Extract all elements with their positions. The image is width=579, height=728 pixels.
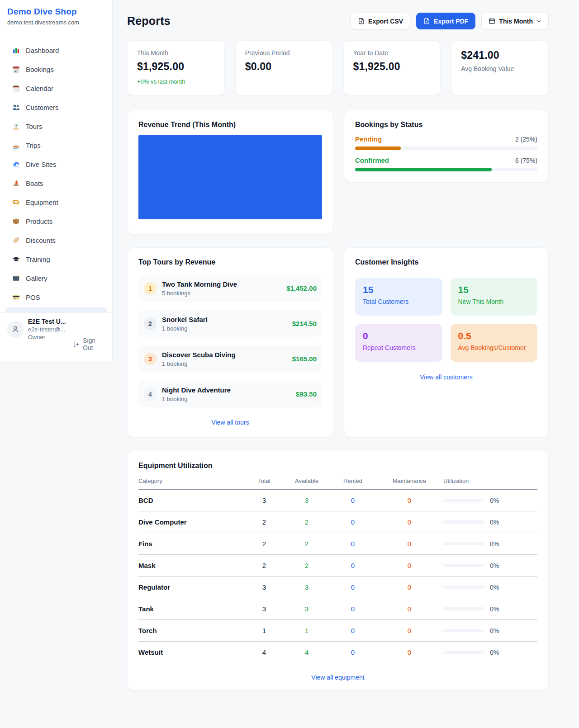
cell-rented: 0 (330, 555, 375, 577)
cell-rented: 0 (330, 577, 375, 598)
cell-rented: 0 (330, 642, 375, 663)
revenue-trend-card: Revenue Trend (This Month) (127, 110, 333, 235)
cell-utilization: 0% (490, 519, 499, 526)
cell-total: 1 (245, 620, 283, 642)
discounts-icon (12, 236, 20, 244)
view-all-customers-link[interactable]: View all customers (355, 373, 537, 381)
customer-insights-card: Customer Insights 15 Total Customers 15 … (344, 247, 549, 437)
brand-domain: demo.test.divestreams.com (7, 19, 105, 26)
sidebar-item-calendar[interactable]: Calendar (5, 79, 107, 98)
table-header-row: Category Total Available Rented Maintena… (138, 477, 537, 490)
sidebar-item-pos[interactable]: POS (5, 288, 107, 307)
export-csv-label: Export CSV (368, 18, 403, 25)
user-name: E2E Test U... (28, 318, 69, 325)
period-dropdown[interactable]: This Month (481, 13, 549, 29)
cell-maintenance: 0 (375, 642, 443, 663)
tour-name: Night Dive Adventure (162, 386, 231, 394)
view-all-tours-link[interactable]: View all tours (138, 419, 322, 428)
table-row: BCD 3 3 0 0 0% (138, 490, 537, 511)
progress-fill (355, 147, 401, 150)
page-header: Reports Export CSV Export PDF This Month (127, 13, 549, 29)
tile-new-this-month: 15 New This Month (451, 278, 538, 316)
cell-maintenance: 0 (375, 511, 443, 533)
export-pdf-label: Export PDF (434, 18, 468, 25)
stat-card-this-month: This Month $1,925.00 +0% vs last month (127, 40, 225, 96)
sidebar-item-label: Trips (26, 142, 41, 149)
status-count: 6 (75%) (515, 157, 537, 164)
cell-total: 3 (245, 577, 283, 598)
export-csv-button[interactable]: Export CSV (351, 13, 410, 29)
customers-icon (12, 103, 20, 111)
column-header: Maintenance (375, 477, 443, 490)
tile-label: Repeat Customers (363, 344, 435, 351)
cell-category: Dive Computer (138, 511, 245, 533)
stat-label: Previous Period (245, 49, 323, 57)
sidebar-item-label: Gallery (26, 274, 47, 282)
stat-label: Avg Booking Value (461, 65, 539, 72)
column-header: Available (283, 477, 330, 490)
insight-tiles: 15 Total Customers 15 New This Month 0 R… (355, 278, 537, 362)
revenue-trend-title: Revenue Trend (This Month) (138, 121, 322, 129)
sidebar-item-dashboard[interactable]: Dashboard (5, 41, 107, 60)
column-header: Category (138, 477, 245, 490)
cell-maintenance: 0 (375, 490, 443, 511)
tour-row: 4 Night Dive Adventure1 booking $93.50 (138, 381, 322, 407)
dive-sites-icon (12, 160, 20, 168)
table-row: Dive Computer 2 2 0 0 0% (138, 511, 537, 533)
cell-category: Regulator (138, 577, 245, 598)
table-row: Torch 1 1 0 0 0% (138, 620, 537, 642)
sidebar-item-customers[interactable]: Customers (5, 98, 107, 117)
sign-out-label: Sign Out (83, 337, 106, 351)
export-pdf-button[interactable]: Export PDF (416, 13, 475, 29)
status-label: Pending (355, 135, 382, 143)
utilization-bar (443, 520, 484, 524)
trips-icon (12, 141, 20, 149)
utilization-bar (443, 607, 484, 610)
view-all-equipment-link[interactable]: View all equipment (138, 674, 537, 681)
sidebar-item-label: Training (26, 255, 50, 263)
cell-available: 3 (283, 577, 330, 598)
cell-available: 2 (283, 555, 330, 577)
sidebar-item-gallery[interactable]: Gallery (5, 269, 107, 288)
status-label: Confirmed (355, 156, 389, 164)
calendar-icon (12, 84, 20, 92)
sidebar-item-discounts[interactable]: Discounts (5, 231, 107, 250)
equipment-utilization-title: Equipment Utilization (138, 462, 537, 470)
cell-total: 2 (245, 555, 283, 577)
status-count: 2 (25%) (515, 136, 537, 143)
sign-out-button[interactable]: Sign Out (73, 327, 106, 361)
pos-icon (12, 293, 20, 301)
sidebar-item-boats[interactable]: Boats (5, 174, 107, 193)
sidebar-item-label: POS (26, 293, 40, 301)
sidebar-item-training[interactable]: Training (5, 250, 107, 269)
tour-revenue: $214.50 (292, 320, 317, 327)
sidebar-item-bookings[interactable]: 17 Bookings (5, 60, 107, 79)
cell-total: 2 (245, 511, 283, 533)
sidebar-item-tours[interactable]: Tours (5, 117, 107, 136)
sidebar-item-dive-sites[interactable]: Dive Sites (5, 155, 107, 174)
sidebar-item-label: Equipment (26, 199, 58, 206)
revenue-trend-chart (138, 135, 322, 219)
tile-value: 0 (363, 331, 435, 341)
cell-rented: 0 (330, 598, 375, 620)
sidebar-item-trips[interactable]: Trips (5, 136, 107, 155)
cell-category: Tank (138, 598, 245, 620)
bookings-by-status-title: Bookings by Status (355, 121, 537, 129)
cell-utilization: 0% (490, 584, 499, 591)
sidebar-item-label: Bookings (26, 66, 54, 73)
cell-total: 3 (245, 598, 283, 620)
table-row: Wetsuit 4 4 0 0 0% (138, 642, 537, 663)
cell-total: 2 (245, 533, 283, 555)
cell-rented: 0 (330, 490, 375, 511)
calendar-outline-icon (489, 18, 495, 24)
column-header: Utilization (443, 477, 537, 490)
tile-value: 15 (363, 284, 435, 295)
sidebar-item-products[interactable]: Products (5, 212, 107, 231)
utilization-bar (443, 542, 484, 545)
cell-total: 3 (245, 490, 283, 511)
sidebar-item-equipment[interactable]: Equipment (5, 193, 107, 212)
tour-bookings: 5 bookings (162, 290, 237, 297)
cell-utilization: 0% (490, 497, 499, 504)
cell-available: 3 (283, 598, 330, 620)
equipment-utilization-card: Equipment Utilization Category Total Ava… (127, 451, 549, 690)
